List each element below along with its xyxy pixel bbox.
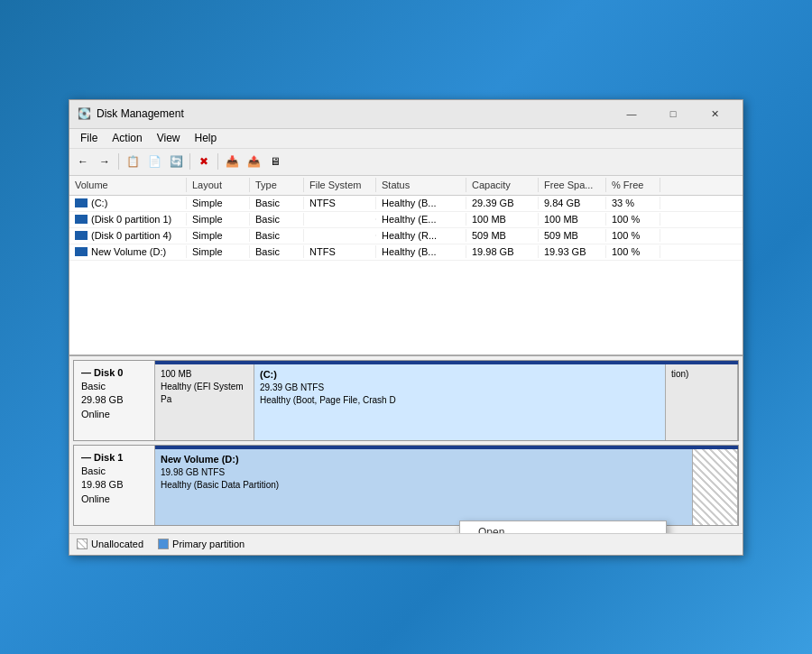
- table-row[interactable]: (Disk 0 partition 1) Simple Basic Health…: [69, 212, 743, 228]
- col-capacity[interactable]: Capacity: [466, 178, 539, 192]
- col-status[interactable]: Status: [376, 178, 466, 192]
- volume-table: Volume Layout Type File System Status Ca…: [69, 176, 743, 356]
- partition-recovery[interactable]: tion): [666, 364, 738, 440]
- legend: Unallocated Primary partition: [69, 533, 743, 555]
- cell-status-c: Healthy (B...: [376, 197, 466, 209]
- disk-management-window: 💽 Disk Management — □ ✕ File Action View…: [69, 99, 743, 556]
- disk-0-name: — Disk 0: [81, 366, 147, 380]
- partition-efi[interactable]: 100 MB Healthy (EFI System Pa: [155, 364, 254, 440]
- cell-capacity-d: 19.98 GB: [466, 245, 539, 258]
- col-type[interactable]: Type: [250, 178, 304, 192]
- toolbar-rescan[interactable]: 📄: [144, 152, 164, 171]
- partition-d[interactable]: New Volume (D:) 19.98 GB NTFS Healthy (B…: [155, 449, 693, 525]
- context-menu: Open Explore Mark Partition as Active Ch…: [459, 520, 667, 533]
- cell-volume-p4: (Disk 0 partition 4): [69, 229, 187, 242]
- legend-primary-label: Primary partition: [172, 539, 245, 549]
- toolbar-separator-1: [118, 153, 119, 170]
- col-free[interactable]: Free Spa...: [539, 178, 606, 192]
- cell-layout-p4: Simple: [187, 229, 250, 242]
- ctx-open[interactable]: Open: [460, 521, 666, 533]
- cell-free-c: 9.84 GB: [539, 197, 606, 209]
- table-body: (C:) Simple Basic NTFS Healthy (B... 29.…: [69, 196, 743, 261]
- cell-capacity-c: 29.39 GB: [466, 197, 539, 209]
- cell-layout-c: Simple: [187, 197, 250, 209]
- disk-0-status: Online: [81, 408, 147, 421]
- partition-unallocated: [693, 449, 738, 525]
- maximize-button[interactable]: □: [652, 99, 694, 128]
- cell-type-d: Basic: [250, 245, 304, 258]
- disk-0-row: — Disk 0 Basic 29.98 GB Online 100 MB He…: [73, 360, 739, 441]
- c-name: (C:): [260, 368, 660, 382]
- disk-1-size: 19.98 GB: [81, 478, 147, 492]
- efi-size: 100 MB: [161, 368, 248, 381]
- cell-volume-c: (C:): [69, 197, 187, 209]
- cell-pct-c: 33 %: [606, 197, 660, 209]
- table-row[interactable]: New Volume (D:) Simple Basic NTFS Health…: [69, 244, 743, 261]
- minimize-button[interactable]: —: [611, 99, 652, 128]
- cell-fs-p1: [304, 218, 376, 220]
- cell-status-p1: Healthy (E...: [376, 213, 466, 226]
- disk-1-type: Basic: [81, 465, 147, 478]
- menu-view[interactable]: View: [150, 130, 188, 146]
- cell-type-p4: Basic: [250, 229, 304, 242]
- cell-type-p1: Basic: [250, 213, 304, 226]
- toolbar-forward[interactable]: →: [95, 152, 115, 171]
- toolbar-props[interactable]: 🖥: [265, 152, 285, 171]
- d-size: 19.98 GB NTFS: [161, 466, 687, 479]
- disk-0-label: — Disk 0 Basic 29.98 GB Online: [74, 361, 155, 440]
- toolbar-back[interactable]: ←: [73, 152, 93, 171]
- title-bar: 💽 Disk Management — □ ✕: [69, 100, 743, 129]
- disk-0-size: 29.98 GB: [81, 393, 147, 407]
- table-row[interactable]: (C:) Simple Basic NTFS Healthy (B... 29.…: [69, 196, 743, 212]
- cell-volume-d: New Volume (D:): [69, 245, 187, 258]
- close-button[interactable]: ✕: [694, 99, 735, 128]
- toolbar-separator-2: [189, 153, 190, 170]
- disk-1-status: Online: [81, 493, 147, 506]
- window-controls: — □ ✕: [611, 99, 735, 128]
- cell-pct-d: 100 %: [606, 245, 660, 258]
- col-pct[interactable]: % Free: [606, 178, 660, 192]
- disk-1-name: — Disk 1: [81, 451, 147, 465]
- c-size: 29.39 GB NTFS: [260, 382, 660, 394]
- disk-1-label: — Disk 1 Basic 19.98 GB Online: [74, 446, 155, 525]
- cell-layout-p1: Simple: [187, 213, 250, 226]
- disk-0-partitions: 100 MB Healthy (EFI System Pa (C:) 29.39…: [155, 361, 738, 440]
- cell-free-p4: 509 MB: [539, 229, 606, 242]
- legend-primary: Primary partition: [158, 539, 245, 549]
- cell-pct-p1: 100 %: [606, 213, 660, 226]
- toolbar-import[interactable]: 📥: [222, 152, 242, 171]
- menu-action[interactable]: Action: [105, 130, 149, 146]
- col-volume[interactable]: Volume: [69, 178, 187, 192]
- legend-primary-swatch: [158, 539, 169, 549]
- toolbar-delete[interactable]: ✖: [194, 152, 214, 171]
- table-row[interactable]: (Disk 0 partition 4) Simple Basic Health…: [69, 228, 743, 244]
- menu-file[interactable]: File: [73, 130, 105, 146]
- col-layout[interactable]: Layout: [187, 178, 250, 192]
- partition-c[interactable]: (C:) 29.39 GB NTFS Healthy (Boot, Page F…: [254, 364, 666, 440]
- cell-status-p4: Healthy (R...: [376, 229, 466, 242]
- cell-capacity-p1: 100 MB: [466, 213, 539, 226]
- toolbar-export[interactable]: 📤: [244, 152, 263, 171]
- cell-volume-p1: (Disk 0 partition 1): [69, 213, 187, 226]
- toolbar-separator-3: [217, 153, 218, 170]
- cell-type-c: Basic: [250, 197, 304, 209]
- c-label: Healthy (Boot, Page File, Crash D: [260, 394, 660, 407]
- cell-free-d: 19.93 GB: [539, 245, 606, 258]
- d-name: New Volume (D:): [161, 453, 687, 466]
- legend-unallocated-label: Unallocated: [91, 539, 143, 549]
- cell-fs-c: NTFS: [304, 197, 376, 209]
- window-title: Disk Management: [97, 107, 611, 120]
- menu-help[interactable]: Help: [188, 130, 225, 146]
- recovery-label: tion): [671, 368, 732, 381]
- col-filesystem[interactable]: File System: [304, 178, 376, 192]
- toolbar: ← → 📋 📄 🔄 ✖ 📥 📤 🖥: [69, 149, 743, 176]
- legend-unallocated: Unallocated: [77, 539, 143, 549]
- cell-fs-p4: [304, 235, 376, 236]
- menu-bar: File Action View Help: [69, 129, 743, 149]
- disk-1-row: — Disk 1 Basic 19.98 GB Online New Volum…: [73, 445, 739, 526]
- window-icon: 💽: [77, 106, 91, 121]
- cell-status-d: Healthy (B...: [376, 245, 466, 258]
- toolbar-refresh[interactable]: 🔄: [166, 152, 186, 171]
- disk-0-type: Basic: [81, 380, 147, 393]
- toolbar-console[interactable]: 📋: [123, 152, 143, 171]
